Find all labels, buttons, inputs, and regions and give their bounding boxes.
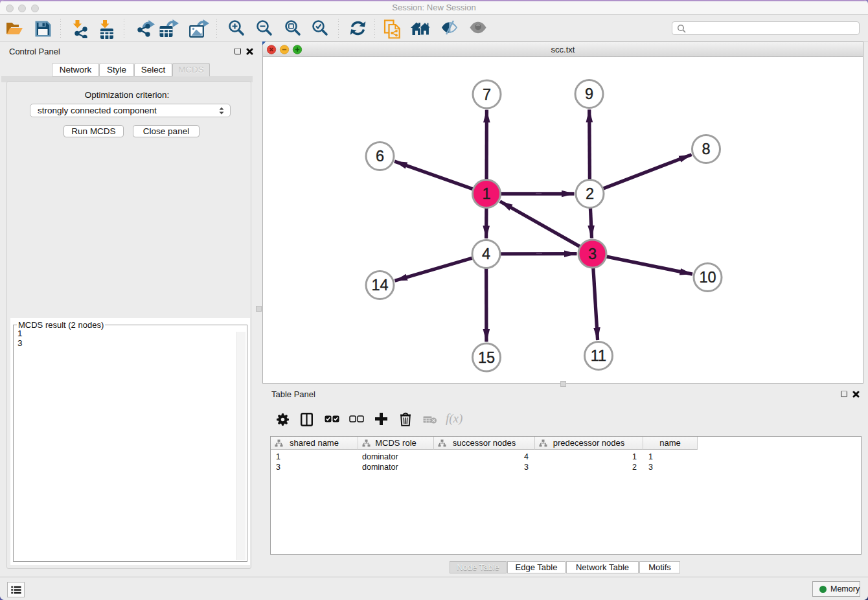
svg-text:3: 3 — [588, 246, 597, 262]
svg-text:14: 14 — [371, 277, 388, 294]
svg-text:2: 2 — [586, 185, 594, 202]
svg-text:1: 1 — [482, 185, 490, 202]
svg-text:7: 7 — [483, 86, 491, 103]
svg-text:8: 8 — [702, 141, 710, 157]
svg-text:15: 15 — [478, 349, 495, 366]
svg-text:9: 9 — [585, 86, 593, 102]
svg-text:11: 11 — [591, 347, 606, 364]
svg-text:10: 10 — [699, 269, 716, 286]
svg-text:6: 6 — [376, 148, 384, 165]
svg-text:4: 4 — [482, 246, 490, 262]
